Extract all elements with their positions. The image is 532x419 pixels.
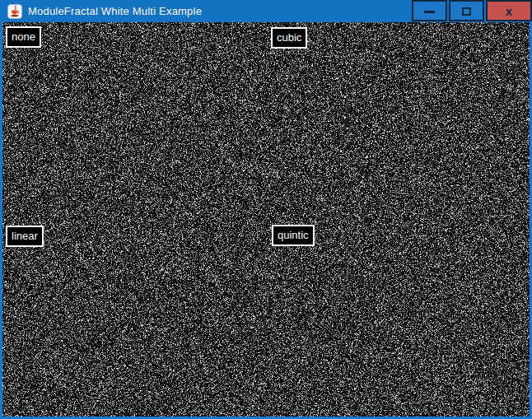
white-noise-canvas — [2, 22, 530, 417]
titlebar[interactable]: ModuleFractal White Multi Example x — [0, 0, 532, 22]
maximize-square-icon — [462, 7, 471, 16]
java-coffee-cup-icon — [7, 4, 22, 19]
minimize-button[interactable] — [412, 0, 447, 21]
noise-viewport: none cubic linear quintic — [2, 22, 530, 417]
interp-label-linear: linear — [6, 226, 44, 247]
close-button[interactable]: x — [486, 0, 532, 21]
app-window: ModuleFractal White Multi Example x none… — [0, 0, 532, 419]
interp-label-cubic: cubic — [271, 27, 307, 49]
window-controls: x — [412, 0, 532, 21]
interp-label-quintic: quintic — [272, 225, 315, 246]
maximize-button[interactable] — [449, 0, 484, 21]
interp-label-none: none — [6, 26, 41, 48]
window-title: ModuleFractal White Multi Example — [28, 5, 202, 17]
close-x-icon: x — [506, 6, 512, 17]
minimize-dash-icon — [424, 11, 435, 13]
